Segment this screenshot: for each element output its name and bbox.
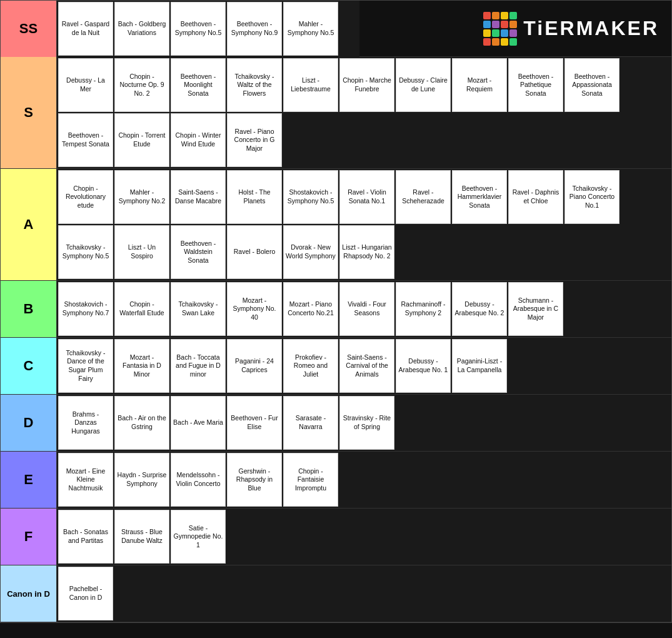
logo-dot xyxy=(509,12,517,19)
logo-dot xyxy=(501,21,508,28)
logo-dot xyxy=(501,38,508,46)
tier-card[interactable]: Prokofiev - Romeo and Juliet xyxy=(283,339,338,393)
tier-s-cards: Debussy - La MerChopin - Nocturne Op. 9 … xyxy=(57,57,671,168)
logo-grid xyxy=(483,12,517,46)
tier-card[interactable]: Saint-Saens - Danse Macabre xyxy=(171,170,226,224)
tier-row-e: EMozart - Eine Kleine NachtmusikHaydn - … xyxy=(1,452,671,509)
logo-dot xyxy=(483,29,491,37)
tier-d-cards: Brahms - Danzas HungarasBach - Air on th… xyxy=(57,395,671,451)
tier-f-cards: Bach - Sonatas and PartitasStrauss - Blu… xyxy=(57,509,671,565)
tier-card[interactable]: Mozart - Symphony No. 40 xyxy=(227,282,282,336)
tier-card[interactable]: Shostakovich - Symphony No.5 xyxy=(283,170,338,224)
tier-card[interactable]: Tchaikovsky - Swan Lake xyxy=(171,282,226,336)
tier-card[interactable]: Paganini - 24 Caprices xyxy=(227,339,282,393)
tier-card[interactable]: Vivaldi - Four Seasons xyxy=(339,282,394,336)
tier-card[interactable]: Debussy - Arabesque No. 1 xyxy=(396,339,451,393)
tier-card[interactable]: Beethoven - Tempest Sonata xyxy=(58,113,113,167)
tier-label: A xyxy=(1,169,57,280)
tier-card[interactable]: Liszt - Un Sospiro xyxy=(114,225,169,279)
logo-dot xyxy=(492,21,499,28)
tier-card[interactable]: Mozart - Fantasia in D Minor xyxy=(114,339,169,393)
tier-card[interactable]: Mozart - Requiem xyxy=(452,58,507,112)
tier-card[interactable]: Beethoven - Appassionata Sonata xyxy=(564,58,619,112)
tier-card[interactable]: Beethoven - Pathetique Sonata xyxy=(508,58,563,112)
tier-card[interactable]: Ravel - Bolero xyxy=(227,225,282,279)
tier-card[interactable]: Chopin - Revolutionary etude xyxy=(58,170,113,224)
logo-dot xyxy=(492,29,499,37)
tier-card[interactable]: Bach - Goldberg Variations xyxy=(114,2,169,56)
tier-card[interactable]: Satie - Gymnopedie No. 1 xyxy=(171,510,226,564)
tier-label-text: S xyxy=(24,104,33,121)
tier-card[interactable]: Mozart - Eine Kleine Nachtmusik xyxy=(58,453,113,507)
tier-card[interactable]: Bach - Air on the Gstring xyxy=(114,396,169,450)
tier-card[interactable]: Debussy - La Mer xyxy=(58,58,113,112)
tier-card[interactable]: Ravel - Piano Concerto in G Major xyxy=(227,113,282,167)
tier-card[interactable]: Brahms - Danzas Hungaras xyxy=(58,396,113,450)
tier-label: S xyxy=(1,57,57,168)
tier-a-cards: Chopin - Revolutionary etudeMahler - Sym… xyxy=(57,169,671,280)
tier-label-text: E xyxy=(24,472,33,488)
tier-card[interactable]: Tchaikovsky - Piano Concerto No.1 xyxy=(564,170,619,224)
tier-row-a: AChopin - Revolutionary etudeMahler - Sy… xyxy=(1,169,671,281)
tier-card[interactable]: Debussy - Arabesque No. 2 xyxy=(452,282,507,336)
tier-e-cards: Mozart - Eine Kleine NachtmusikHaydn - S… xyxy=(57,452,671,508)
tier-card[interactable]: Beethoven - Symphony No.9 xyxy=(227,2,282,56)
tier-card[interactable]: Haydn - Surprise Symphony xyxy=(114,453,169,507)
tier-card[interactable]: Bach - Sonatas and Partitas xyxy=(58,510,113,564)
tier-label-text: Canon in D xyxy=(7,589,50,599)
tier-label: Canon in D xyxy=(1,565,57,622)
tier-card[interactable]: Bach - Ave Maria xyxy=(171,396,226,450)
tier-card[interactable]: Tchaikovsky - Waltz of the Flowers xyxy=(227,58,282,112)
tier-card[interactable]: Saint-Saens - Carnival of the Animals xyxy=(339,339,394,393)
tier-card[interactable]: Chopin - Marche Funebre xyxy=(339,58,394,112)
tier-label-text: C xyxy=(24,358,34,374)
tier-card[interactable]: Liszt - Hungarian Rhapsody No. 2 xyxy=(339,225,394,279)
tier-card[interactable]: Liszt - Liebestraume xyxy=(283,58,338,112)
logo-dot xyxy=(483,12,491,19)
tier-card[interactable]: Schumann - Arabesque in C Major xyxy=(508,282,563,336)
tier-row-f: FBach - Sonatas and PartitasStrauss - Bl… xyxy=(1,509,671,565)
tier-card[interactable]: Holst - The Planets xyxy=(227,170,282,224)
tier-card[interactable]: Ravel - Violin Sonata No.1 xyxy=(339,170,394,224)
tier-card[interactable]: Beethoven - Waldstein Sonata xyxy=(171,225,226,279)
logo-dot xyxy=(509,29,517,37)
tier-card[interactable]: Beethoven - Hammerklavier Sonata xyxy=(452,170,507,224)
tier-card[interactable]: Ravel - Gaspard de la Nuit xyxy=(58,2,113,56)
tier-card[interactable]: Strauss - Blue Danube Waltz xyxy=(114,510,169,564)
header-ss-label: SS xyxy=(1,1,57,57)
tier-card[interactable]: Mendelssohn - Violin Concerto xyxy=(171,453,226,507)
tier-card[interactable]: Beethoven - Fur Elise xyxy=(227,396,282,450)
tier-card[interactable]: Paganini-Liszt - La Campanella xyxy=(452,339,507,393)
tier-card[interactable]: Stravinsky - Rite of Spring xyxy=(339,396,394,450)
tier-card[interactable]: Chopin - Nocturne Op. 9 No. 2 xyxy=(114,58,169,112)
tier-canon-in-d-cards: Pachelbel - Canon in D xyxy=(57,565,671,622)
ss-cards-area: Ravel - Gaspard de la NuitBach - Goldber… xyxy=(57,1,359,57)
logo-dot xyxy=(509,38,517,46)
tier-card[interactable]: Chopin - Fantaisie Impromptu xyxy=(283,453,338,507)
tier-card[interactable]: Beethoven - Symphony No.5 xyxy=(171,2,226,56)
tier-card[interactable]: Beethoven - Moonlight Sonata xyxy=(171,58,226,112)
logo-dot xyxy=(483,38,491,46)
tier-card[interactable]: Mozart - Piano Concerto No.21 xyxy=(283,282,338,336)
tier-card[interactable]: Debussy - Claire de Lune xyxy=(396,58,451,112)
tier-label: B xyxy=(1,281,57,337)
tier-card[interactable]: Dvorak - New World Symphony xyxy=(283,225,338,279)
logo-dot xyxy=(501,12,508,19)
tier-card[interactable]: Mahler - Symphony No.5 xyxy=(283,2,338,56)
tier-card[interactable]: Ravel - Scheherazade xyxy=(396,170,451,224)
tier-card[interactable]: Sarasate - Navarra xyxy=(283,396,338,450)
tier-row-s: SDebussy - La MerChopin - Nocturne Op. 9… xyxy=(1,57,671,169)
logo-area: TiERMAKER xyxy=(359,1,672,56)
tier-card[interactable]: Gershwin - Rhapsody in Blue xyxy=(227,453,282,507)
tier-card[interactable]: Chopin - Winter Wind Etude xyxy=(171,113,226,167)
tier-card[interactable]: Pachelbel - Canon in D xyxy=(58,567,113,620)
tier-card[interactable]: Ravel - Daphnis et Chloe xyxy=(508,170,563,224)
tier-card[interactable]: Shostakovich - Symphony No.7 xyxy=(58,282,113,336)
tier-card[interactable]: Tchaikovsky - Symphony No.5 xyxy=(58,225,113,279)
tier-card[interactable]: Mahler - Symphony No.2 xyxy=(114,170,169,224)
tier-card[interactable]: Tchaikovsky - Dance of the Sugar Plum Fa… xyxy=(58,339,113,393)
tier-card[interactable]: Rachmaninoff - Symphony 2 xyxy=(396,282,451,336)
tier-card[interactable]: Bach - Toccata and Fugue in D minor xyxy=(171,339,226,393)
tier-card[interactable]: Chopin - Torrent Etude xyxy=(114,113,169,167)
tier-card[interactable]: Chopin - Waterfall Etude xyxy=(114,282,169,336)
